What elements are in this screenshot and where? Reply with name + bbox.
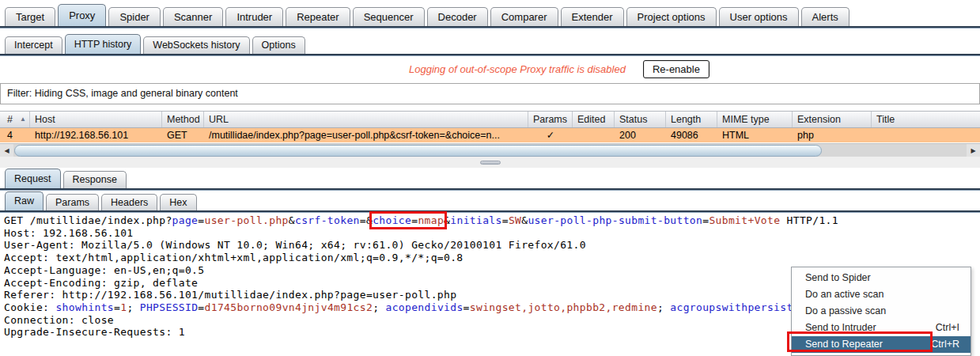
cell-params-check-icon: ✓: [528, 128, 573, 142]
main-tab-bar: Target Proxy Spider Scanner Intruder Rep…: [5, 3, 852, 26]
cell-extension: php: [793, 128, 872, 142]
tab-request[interactable]: Request: [5, 169, 61, 188]
menu-item-label: Send to Spider: [805, 270, 871, 286]
tab-options[interactable]: Options: [252, 36, 305, 54]
tab-http-history[interactable]: HTTP history: [65, 34, 142, 54]
burp-proxy-http-history-screen: Target Proxy Spider Scanner Intruder Rep…: [0, 0, 980, 356]
message-tab-bar: Request Response: [5, 169, 129, 188]
tab-scanner[interactable]: Scanner: [163, 7, 223, 26]
menu-item-send-to-repeater[interactable]: Send to Repeater Ctrl+R: [792, 336, 971, 353]
column-header-number-label: #: [7, 112, 13, 127]
tab-comparer[interactable]: Comparer: [490, 7, 558, 26]
cell-edited: [573, 128, 615, 142]
column-header-number[interactable]: # ▲: [0, 112, 30, 127]
tab-alerts[interactable]: Alerts: [801, 7, 849, 26]
tab-separator: [0, 54, 980, 56]
column-header-extension[interactable]: Extension: [793, 112, 872, 127]
table-header-row: # ▲ Host Method URL Params Edited Status…: [0, 111, 980, 128]
cell-host: http://192.168.56.101: [30, 128, 162, 142]
tab-separator: [0, 26, 980, 28]
splitter-grip[interactable]: [480, 161, 501, 165]
menu-item-shortcut: Ctrl+R: [931, 336, 959, 353]
tab-repeater[interactable]: Repeater: [286, 7, 350, 26]
context-menu: Send to Spider Do an active scan Do a pa…: [791, 267, 971, 356]
tab-params[interactable]: Params: [46, 194, 99, 210]
proxy-tab-bar: Intercept HTTP history WebSockets histor…: [5, 34, 308, 54]
sort-asc-icon: ▲: [20, 112, 26, 127]
scrollbar-thumb[interactable]: [14, 145, 822, 157]
menu-item-label: Send to Intruder: [805, 320, 876, 336]
scroll-left-icon[interactable]: ◀: [0, 144, 13, 157]
menu-item-do-passive-scan[interactable]: Do a passive scan: [792, 303, 971, 320]
column-header-mime-type[interactable]: MIME type: [717, 112, 793, 127]
cell-url: /mutillidae/index.php?page=user-poll.php…: [204, 128, 528, 142]
table-horizontal-scrollbar[interactable]: ◀ ▶: [0, 143, 980, 157]
tab-intruder[interactable]: Intruder: [225, 7, 283, 26]
column-header-status[interactable]: Status: [615, 112, 666, 127]
column-header-host[interactable]: Host: [30, 112, 162, 127]
cell-mime-type: HTML: [717, 128, 793, 142]
column-header-method[interactable]: Method: [162, 112, 204, 127]
tab-extender[interactable]: Extender: [561, 7, 624, 26]
re-enable-button[interactable]: Re-enable: [643, 60, 709, 78]
column-header-title[interactable]: Title: [872, 112, 980, 127]
menu-item-send-to-intruder[interactable]: Send to Intruder Ctrl+I: [792, 320, 971, 336]
menu-item-shortcut: Ctrl+I: [936, 320, 959, 336]
tab-hex[interactable]: Hex: [160, 194, 196, 210]
tab-separator: [0, 188, 980, 191]
request-line: User-Agent: Mozilla/5.0 (Windows NT 10.0…: [4, 239, 977, 252]
column-header-params[interactable]: Params: [528, 112, 573, 127]
cell-status: 200: [615, 128, 666, 142]
filter-bar[interactable]: Filter: Hiding CSS, image and general bi…: [0, 83, 980, 104]
menu-item-send-to-spider[interactable]: Send to Spider: [792, 270, 971, 286]
scope-notice-row: Logging of out-of-scope Proxy traffic is…: [0, 57, 980, 81]
menu-item-do-active-scan[interactable]: Do an active scan: [792, 286, 971, 303]
tab-response[interactable]: Response: [63, 171, 127, 188]
view-tab-bar: Raw Params Headers Hex: [5, 193, 199, 210]
tab-decoder[interactable]: Decoder: [427, 7, 488, 26]
tab-spider[interactable]: Spider: [108, 7, 161, 26]
tab-intercept[interactable]: Intercept: [5, 36, 62, 54]
cell-title: [872, 128, 980, 142]
column-header-length[interactable]: Length: [666, 112, 717, 127]
cell-length: 49086: [666, 128, 717, 142]
tab-separator: [0, 210, 980, 213]
pane-splitter[interactable]: [0, 157, 980, 168]
menu-item-label: Send to Repeater: [805, 336, 883, 353]
tab-websockets-history[interactable]: WebSockets history: [143, 36, 249, 54]
history-table: # ▲ Host Method URL Params Edited Status…: [0, 111, 980, 142]
tab-sequencer[interactable]: Sequencer: [353, 7, 425, 26]
history-row-selected[interactable]: 4 http://192.168.56.101 GET /mutillidae/…: [0, 128, 980, 142]
scroll-right-icon[interactable]: ▶: [967, 144, 980, 157]
menu-item-label: Do a passive scan: [805, 303, 886, 320]
tab-raw[interactable]: Raw: [5, 191, 44, 210]
tab-user-options[interactable]: User options: [719, 7, 799, 26]
highlight-box-choice-param: choice=nmap: [373, 214, 444, 226]
tab-headers[interactable]: Headers: [101, 194, 157, 210]
column-header-url[interactable]: URL: [204, 112, 528, 127]
request-line: Host: 192.168.56.101: [4, 227, 977, 240]
tab-project-options[interactable]: Project options: [626, 7, 717, 26]
tab-target[interactable]: Target: [5, 7, 55, 26]
request-line: GET /mutillidae/index.php?page=user-poll…: [4, 214, 977, 227]
column-header-edited[interactable]: Edited: [573, 112, 615, 127]
cell-number: 4: [0, 128, 30, 142]
tab-proxy[interactable]: Proxy: [58, 4, 106, 26]
menu-item-label: Do an active scan: [805, 286, 884, 303]
scope-notice-text: Logging of out-of-scope Proxy traffic is…: [409, 63, 626, 75]
request-line: Accept: text/html,application/xhtml+xml,…: [4, 252, 977, 264]
cell-method: GET: [162, 128, 204, 142]
